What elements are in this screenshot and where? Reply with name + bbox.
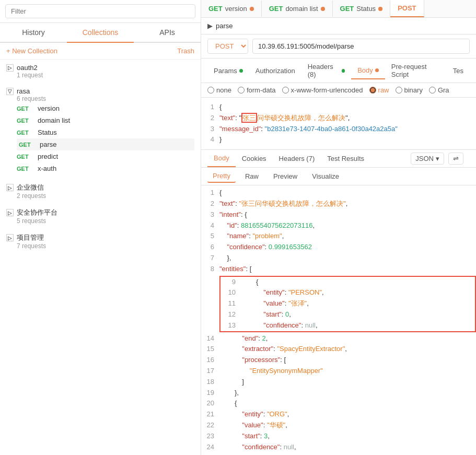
collection-oauth2-header[interactable]: ▷ oauth2 — [6, 64, 194, 72]
resp-line-11: 11 "value": "张泽", — [223, 298, 473, 309]
trash-button[interactable]: Trash — [177, 47, 194, 55]
json-format-dropdown[interactable]: JSON ▾ — [411, 153, 444, 165]
req-tab-post[interactable]: POST — [390, 0, 424, 17]
request-predict-name: predict — [38, 153, 58, 160]
collection-expand-icon: ▽ — [6, 88, 14, 95]
resp-line-10: 10 "entity": "PERSON", — [223, 287, 473, 298]
tab-collections[interactable]: Collections — [67, 23, 134, 43]
collection-rasa-header[interactable]: ▽ rasa — [6, 87, 194, 95]
wrap-button[interactable]: ⇌ — [448, 153, 463, 165]
method-get-badge: GET — [17, 154, 33, 160]
tab-prerequest[interactable]: Pre-request Script — [385, 59, 447, 83]
req-tab-domain-list[interactable]: GET domain list — [262, 1, 333, 17]
req-tab-version-name: version — [225, 5, 247, 13]
resp-tab-cookies[interactable]: Cookies — [236, 150, 273, 167]
new-collection-button[interactable]: + New Collection — [6, 47, 57, 55]
method-get-label: GET — [340, 5, 354, 13]
code-line-2: 2 "text": "张三问华硕交换机故障，怎么解决", — [201, 113, 476, 124]
resp-line-6: 6 "confidence": 0.9991653562 — [201, 242, 476, 253]
search-input[interactable] — [5, 4, 195, 18]
tab-history[interactable]: History — [0, 23, 67, 42]
resp-tab-headers[interactable]: Headers (7) — [273, 150, 321, 167]
method-get-badge: GET — [19, 142, 36, 148]
radio-none[interactable]: none — [207, 86, 231, 94]
req-tab-version[interactable]: GET version — [201, 1, 262, 17]
code-line-4: 4 } — [201, 134, 476, 145]
radio-raw[interactable]: raw — [369, 86, 389, 94]
method-get-badge: GET — [17, 106, 33, 112]
parse-expand-icon[interactable]: ▶ — [207, 22, 213, 30]
tab-authorization[interactable]: Authorization — [249, 63, 301, 79]
collection-project-mgmt: ▷ 项目管理 7 requests — [0, 229, 201, 254]
parse-label: parse — [216, 22, 233, 30]
resp-opt-raw[interactable]: Raw — [240, 170, 264, 182]
request-x-auth[interactable]: GET x-auth — [17, 162, 194, 174]
entity-highlight-box: 9 { 10 "entity": "PERSON", 11 "value": "… — [219, 276, 476, 332]
request-version-name: version — [38, 104, 60, 112]
resp-line-7: 7 }, — [201, 253, 476, 264]
response-code: 1 { 2 "text": "张三问华硕交换机故障，怎么解决", 3 "inte… — [201, 185, 476, 455]
collection-enterprise-wechat-header[interactable]: ▷ 企业微信 — [6, 183, 194, 192]
resp-line-3: 3 "intent": { — [201, 209, 476, 220]
collection-rasa-count: 6 requests — [17, 95, 194, 102]
tab-dot — [378, 7, 382, 11]
request-domain-list[interactable]: GET domain list — [17, 114, 194, 126]
main-panel: GET version GET domain list GET Status P… — [201, 0, 476, 455]
collection-project-mgmt-header[interactable]: ▷ 项目管理 — [6, 233, 194, 242]
collection-rasa-name: rasa — [17, 87, 30, 95]
tab-dot — [250, 7, 254, 11]
collection-security-platform-header[interactable]: ▷ 安全协作平台 — [6, 208, 194, 217]
method-get-badge: GET — [17, 130, 33, 136]
collection-enterprise-wechat-count: 2 requests — [17, 192, 194, 200]
method-get-label: GET — [269, 5, 283, 13]
tab-tests[interactable]: Tes — [447, 63, 470, 79]
tab-dot — [321, 7, 325, 11]
tab-authorization-label: Authorization — [256, 67, 295, 75]
method-get-label: GET — [208, 5, 223, 13]
collection-project-mgmt-name: 项目管理 — [17, 233, 44, 242]
resp-line-22: 22 "value": "华硕", — [201, 420, 476, 431]
collection-expand-icon: ▷ — [6, 209, 14, 216]
radio-graphql[interactable]: Gra — [429, 86, 449, 94]
resp-opt-pretty[interactable]: Pretty — [207, 170, 236, 183]
tab-apis[interactable]: APIs — [134, 23, 201, 42]
resp-tab-body[interactable]: Body — [207, 150, 236, 167]
request-predict[interactable]: GET predict — [17, 150, 194, 162]
tab-body[interactable]: Body — [351, 62, 385, 79]
method-select[interactable]: POST — [207, 39, 248, 54]
request-status[interactable]: GET Status — [17, 126, 194, 138]
code-line-3: 3 "message_id": "b2831e73-1407-4ba0-a861… — [201, 124, 476, 135]
resp-line-23: 23 "start": 3, — [201, 431, 476, 442]
radio-form-data[interactable]: form-data — [238, 86, 276, 94]
rasa-requests: GET version GET domain list GET Status G… — [17, 102, 194, 174]
resp-tab-test-results[interactable]: Test Results — [321, 150, 370, 167]
request-parse[interactable]: GET parse — [17, 138, 194, 150]
sidebar-actions: + New Collection Trash — [0, 43, 201, 60]
resp-line-17: 17 "EntitySynonymMapper" — [201, 366, 476, 377]
tab-params[interactable]: Params — [207, 63, 249, 79]
response-tabs-bar: Body Cookies Headers (7) Test Results JS… — [201, 150, 476, 168]
resp-line-5: 5 "name": "problem", — [201, 231, 476, 242]
req-tab-status[interactable]: GET Status — [333, 1, 391, 17]
collection-security-platform-name: 安全协作平台 — [17, 208, 57, 217]
resp-line-21: 21 "entity": "ORG", — [201, 409, 476, 420]
radio-urlencoded[interactable]: x-www-form-urlencoded — [282, 86, 363, 94]
request-version[interactable]: GET version — [17, 102, 194, 114]
method-post-label: POST — [398, 4, 416, 12]
request-domain-list-name: domain list — [38, 116, 70, 124]
resp-line-25: 25 "end": 5, — [201, 452, 476, 455]
tab-headers[interactable]: Headers (8) — [301, 59, 351, 83]
collection-enterprise-wechat: ▷ 企业微信 2 requests — [0, 179, 201, 204]
collection-oauth2-name: oauth2 — [17, 64, 38, 72]
collection-enterprise-wechat-name: 企业微信 — [17, 183, 44, 192]
url-input[interactable] — [252, 39, 470, 54]
collection-expand-icon: ▷ — [6, 184, 14, 191]
resp-opt-visualize[interactable]: Visualize — [307, 170, 344, 182]
tab-bar: History Collections APIs — [0, 23, 201, 43]
collection-oauth2-count: 1 request — [17, 72, 194, 79]
resp-opt-preview[interactable]: Preview — [268, 170, 303, 182]
tab-params-label: Params — [214, 67, 237, 75]
tab-tests-label: Tes — [453, 67, 463, 75]
request-parse-name: parse — [40, 141, 57, 148]
radio-binary[interactable]: binary — [396, 86, 423, 94]
